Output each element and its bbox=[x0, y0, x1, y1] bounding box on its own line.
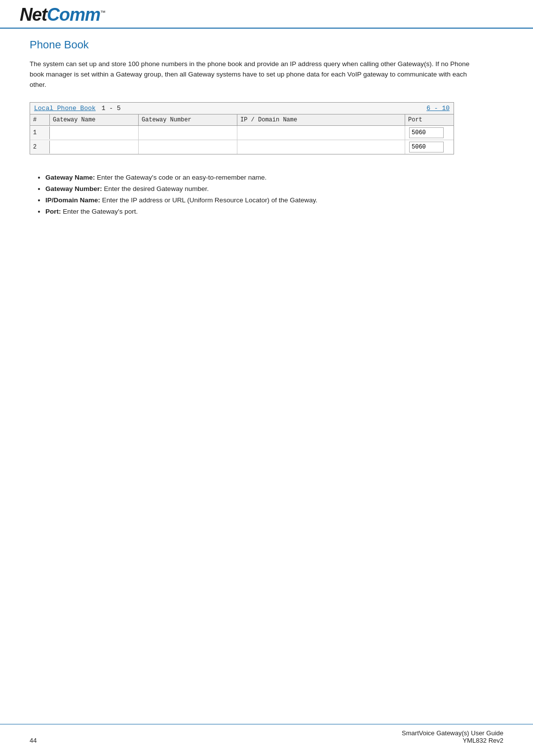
table-row: 2 bbox=[30, 140, 454, 154]
row-1-gateway-number[interactable] bbox=[139, 126, 237, 140]
page-number: 44 bbox=[30, 737, 37, 744]
phonebook-link-1-5[interactable]: Local Phone Book bbox=[34, 105, 96, 112]
phonebook-link-6-10[interactable]: 6 - 10 bbox=[426, 105, 450, 112]
col-header-ip-domain: IP / Domain Name bbox=[237, 114, 405, 125]
logo-net: Net bbox=[20, 4, 47, 25]
col-header-gateway-number: Gateway Number bbox=[139, 114, 237, 125]
table-row: 1 bbox=[30, 126, 454, 140]
logo: NetComm™ bbox=[20, 6, 105, 24]
col-header-gateway-name: Gateway Name bbox=[50, 114, 139, 125]
bullet-desc-4: Enter the Gateway's port. bbox=[61, 208, 138, 215]
page-footer: 44 SmartVoice Gateway(s) User Guide YML8… bbox=[0, 724, 533, 744]
list-item: Gateway Name: Enter the Gateway's code o… bbox=[45, 172, 503, 184]
bullet-term-1: Gateway Name: bbox=[45, 174, 95, 181]
row-2-ip-domain[interactable] bbox=[237, 140, 405, 154]
list-item: Gateway Number: Enter the desired Gatewa… bbox=[45, 184, 503, 195]
row-1-ip-domain[interactable] bbox=[237, 126, 405, 140]
page-description: The system can set up and store 100 phon… bbox=[30, 59, 474, 90]
row-2-gateway-number[interactable] bbox=[139, 140, 237, 154]
column-headers: # Gateway Name Gateway Number IP / Domai… bbox=[30, 114, 454, 126]
logo-comm: Comm bbox=[47, 4, 100, 25]
page-title: Phone Book bbox=[30, 38, 503, 51]
main-content: Phone Book The system can set up and sto… bbox=[0, 29, 533, 247]
bullet-term-3: IP/Domain Name: bbox=[45, 196, 100, 204]
bullet-desc-1: Enter the Gateway's code or an easy-to-r… bbox=[95, 174, 267, 181]
row-2-port[interactable] bbox=[409, 142, 444, 152]
phonebook-range-left: 1 - 5 bbox=[98, 105, 121, 112]
list-item: IP/Domain Name: Enter the IP address or … bbox=[45, 195, 503, 206]
phonebook-table: Local Phone Book 1 - 5 6 - 10 # Gateway … bbox=[30, 102, 454, 154]
phonebook-header: Local Phone Book 1 - 5 6 - 10 bbox=[30, 103, 454, 114]
bullet-term-4: Port: bbox=[45, 208, 61, 215]
page-header: NetComm™ bbox=[0, 0, 533, 29]
list-item: Port: Enter the Gateway's port. bbox=[45, 206, 503, 218]
footer-product-name: SmartVoice Gateway(s) User Guide bbox=[402, 729, 503, 737]
bullet-term-2: Gateway Number: bbox=[45, 185, 102, 192]
col-header-num: # bbox=[30, 114, 50, 125]
row-2-num: 2 bbox=[30, 141, 50, 153]
bullet-desc-3: Enter the IP address or URL (Uniform Res… bbox=[100, 196, 317, 204]
row-1-port[interactable] bbox=[409, 127, 444, 138]
footer-product-info: SmartVoice Gateway(s) User Guide YML832 … bbox=[402, 729, 503, 744]
feature-list: Gateway Name: Enter the Gateway's code o… bbox=[30, 172, 503, 218]
bullet-desc-2: Enter the desired Gateway number. bbox=[102, 185, 209, 192]
col-header-port: Port bbox=[405, 114, 455, 125]
row-1-gateway-name[interactable] bbox=[50, 126, 139, 140]
row-2-port-cell bbox=[405, 140, 455, 154]
footer-model: YML832 Rev2 bbox=[402, 737, 503, 744]
row-1-port-cell bbox=[405, 126, 455, 140]
row-1-num: 1 bbox=[30, 126, 50, 139]
row-2-gateway-name[interactable] bbox=[50, 140, 139, 154]
logo-tm: ™ bbox=[100, 9, 105, 15]
